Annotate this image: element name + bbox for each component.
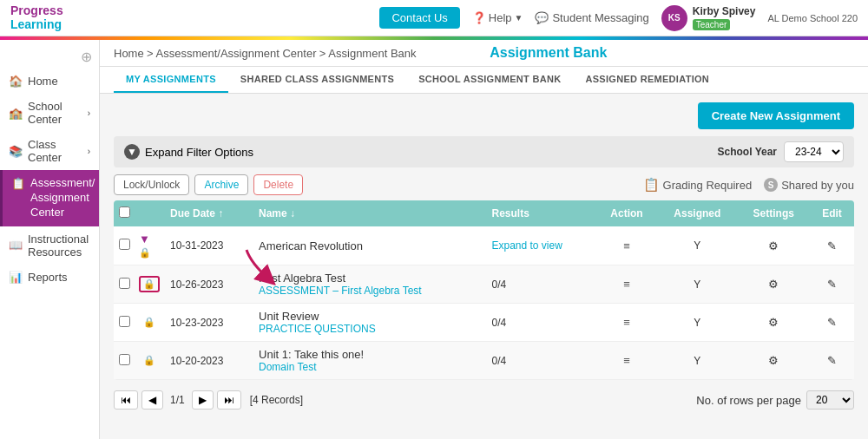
sidebar-label-school-center: School Center bbox=[28, 100, 82, 126]
action-header: Action bbox=[596, 200, 657, 226]
instructional-icon: 📖 bbox=[9, 239, 23, 252]
table-row: 🔒 10-23-2023 Unit Review PRACTICE QUESTI… bbox=[114, 304, 854, 342]
edit-cell-3[interactable]: ✎ bbox=[810, 304, 854, 342]
contact-us-button[interactable]: Contact Us bbox=[379, 7, 459, 29]
assigned-cell-1: Y bbox=[657, 226, 737, 265]
archive-button[interactable]: Archive bbox=[194, 174, 248, 195]
tab-school-bank[interactable]: SCHOOL ASSIGNMENT BANK bbox=[406, 67, 573, 93]
reports-icon: 📊 bbox=[9, 271, 23, 284]
help-menu[interactable]: ❓ Help ▼ bbox=[472, 11, 523, 24]
assigned-cell-2: Y bbox=[657, 265, 737, 304]
user-area[interactable]: KS Kirby Spivey Teacher bbox=[661, 5, 756, 31]
settings-cell-4[interactable]: ⚙ bbox=[737, 342, 810, 380]
tab-assigned-remediation[interactable]: ASSIGNED REMEDIATION bbox=[573, 67, 721, 93]
settings-cell-1[interactable]: ⚙ bbox=[737, 226, 810, 265]
first-page-button[interactable]: ⏮ bbox=[114, 390, 138, 410]
student-messaging[interactable]: 💬 Student Messaging bbox=[535, 11, 648, 24]
shared-by-you-legend: S Shared by you bbox=[764, 178, 854, 192]
tab-my-assignments[interactable]: MY ASSIGNMENTS bbox=[114, 67, 228, 93]
edit-header: Edit bbox=[810, 200, 854, 226]
breadcrumb-current: Assignment Bank bbox=[328, 47, 416, 60]
edit-cell-2[interactable]: ✎ bbox=[810, 265, 854, 304]
prev-page-button[interactable]: ◀ bbox=[141, 390, 163, 410]
due-date-cell-2: 10-26-2023 bbox=[163, 265, 252, 304]
assigned-cell-4: Y bbox=[657, 342, 737, 380]
row-checkbox-3[interactable] bbox=[119, 316, 130, 327]
settings-cell-3[interactable]: ⚙ bbox=[737, 304, 810, 342]
expand-row-icon[interactable]: ▼ bbox=[139, 233, 150, 246]
shared-icon: S bbox=[764, 178, 778, 192]
sidebar-label-assessment: Assessment/ Assignment Center bbox=[30, 176, 95, 220]
next-page-button[interactable]: ▶ bbox=[192, 390, 214, 410]
sidebar-item-assessment[interactable]: 📋 Assessment/ Assignment Center bbox=[0, 170, 99, 226]
due-date-cell-4: 10-20-2023 bbox=[163, 342, 252, 380]
rows-per-page: No. of rows per page 20 50 100 bbox=[696, 390, 854, 410]
action-cell-4[interactable]: ≡ bbox=[596, 342, 657, 380]
expand-filter-label: Expand Filter Options bbox=[145, 146, 253, 159]
sidebar-toggle-icon[interactable]: ⊕ bbox=[81, 49, 92, 65]
row-checkbox-1[interactable] bbox=[119, 239, 130, 250]
breadcrumb-assessment[interactable]: Assessment/Assignment Center bbox=[156, 47, 317, 60]
chevron-right-icon: › bbox=[88, 108, 90, 118]
breadcrumb: Home > Assessment/Assignment Center > As… bbox=[114, 47, 417, 60]
name-header[interactable]: Name ↓ bbox=[252, 200, 484, 226]
breadcrumb-home[interactable]: Home bbox=[114, 47, 144, 60]
results-cell-2: 0/4 bbox=[484, 265, 595, 304]
create-new-assignment-button[interactable]: Create New Assignment bbox=[698, 102, 854, 129]
filter-bar: ▼ Expand Filter Options School Year 23-2… bbox=[114, 136, 854, 167]
page-title: Assignment Bank bbox=[490, 45, 607, 61]
assignments-table: Due Date ↑ Name ↓ Results Action Assigne… bbox=[114, 200, 854, 380]
sidebar-item-instructional[interactable]: 📖 Instructional Resources bbox=[0, 226, 99, 265]
action-cell-2[interactable]: ≡ bbox=[596, 265, 657, 304]
lock-icon: 🔒 bbox=[139, 247, 151, 258]
results-cell-4: 0/4 bbox=[484, 342, 595, 380]
sub-link-4[interactable]: Domain Test bbox=[259, 361, 316, 373]
sub-link-3[interactable]: PRACTICE QUESTIONS bbox=[259, 323, 376, 335]
assessment-icon: 📋 bbox=[11, 177, 25, 190]
due-date-header[interactable]: Due Date ↑ bbox=[163, 200, 252, 226]
name-cell-3: Unit Review PRACTICE QUESTIONS bbox=[252, 304, 484, 342]
results-cell-1[interactable]: Expand to view bbox=[484, 226, 595, 265]
sidebar-item-class-center[interactable]: 📚 Class Center › bbox=[0, 132, 99, 170]
school-year-label: School Year bbox=[718, 146, 777, 158]
sidebar-label-class-center: Class Center bbox=[28, 138, 82, 164]
lock-unlock-button[interactable]: Lock/Unlock bbox=[114, 174, 189, 195]
grading-required-legend: 📋 Grading Required bbox=[643, 177, 753, 193]
tabs-bar: MY ASSIGNMENTS SHARED CLASS ASSIGNMENTS … bbox=[100, 67, 868, 94]
avatar: KS bbox=[661, 5, 687, 31]
sidebar-item-reports[interactable]: 📊 Reports bbox=[0, 265, 99, 290]
table-row: ▼ 🔒 10-31-2023 American Revolution Expan… bbox=[114, 226, 854, 265]
last-page-button[interactable]: ⏭ bbox=[217, 390, 241, 410]
header: Progress Learning Contact Us ❓ Help ▼ 💬 … bbox=[0, 0, 868, 36]
school-name: AL Demo School 220 bbox=[767, 13, 858, 23]
row-checkbox-4[interactable] bbox=[119, 354, 130, 365]
delete-button[interactable]: Delete bbox=[253, 174, 303, 195]
expand-filter-icon: ▼ bbox=[124, 144, 140, 160]
logo-learning: Learning bbox=[10, 18, 63, 31]
row-checkbox-2[interactable] bbox=[119, 278, 130, 289]
sub-link-2[interactable]: ASSESSMENT – First Algebra Test bbox=[259, 285, 422, 297]
chevron-right-icon-2: › bbox=[88, 147, 90, 156]
school-year-select[interactable]: 23-24 22-23 bbox=[784, 141, 844, 162]
rows-per-page-label: No. of rows per page bbox=[696, 394, 801, 407]
chevron-down-icon: ▼ bbox=[515, 13, 523, 23]
rows-per-page-select[interactable]: 20 50 100 bbox=[806, 390, 854, 410]
sidebar-label-home: Home bbox=[28, 75, 58, 88]
sidebar-item-school-center[interactable]: 🏫 School Center › bbox=[0, 94, 99, 132]
select-all-checkbox[interactable] bbox=[119, 206, 130, 218]
logo: Progress Learning bbox=[10, 4, 63, 31]
results-cell-3: 0/4 bbox=[484, 304, 595, 342]
action-cell-1[interactable]: ≡ bbox=[596, 226, 657, 265]
edit-cell-4[interactable]: ✎ bbox=[810, 342, 854, 380]
edit-cell-1[interactable]: ✎ bbox=[810, 226, 854, 265]
sidebar-item-home[interactable]: 🏠 Home bbox=[0, 69, 99, 94]
records-info: [4 Records] bbox=[250, 394, 303, 406]
tab-shared-class[interactable]: SHARED CLASS ASSIGNMENTS bbox=[228, 67, 406, 93]
help-label: Help bbox=[489, 11, 512, 24]
action-cell-3[interactable]: ≡ bbox=[596, 304, 657, 342]
expand-filter[interactable]: ▼ Expand Filter Options bbox=[124, 144, 253, 160]
settings-cell-2[interactable]: ⚙ bbox=[737, 265, 810, 304]
page-controls: ⏮ ◀ 1/1 ▶ ⏭ [4 Records] bbox=[114, 390, 303, 410]
home-icon: 🏠 bbox=[9, 75, 23, 88]
sidebar-label-instructional: Instructional Resources bbox=[28, 233, 90, 259]
